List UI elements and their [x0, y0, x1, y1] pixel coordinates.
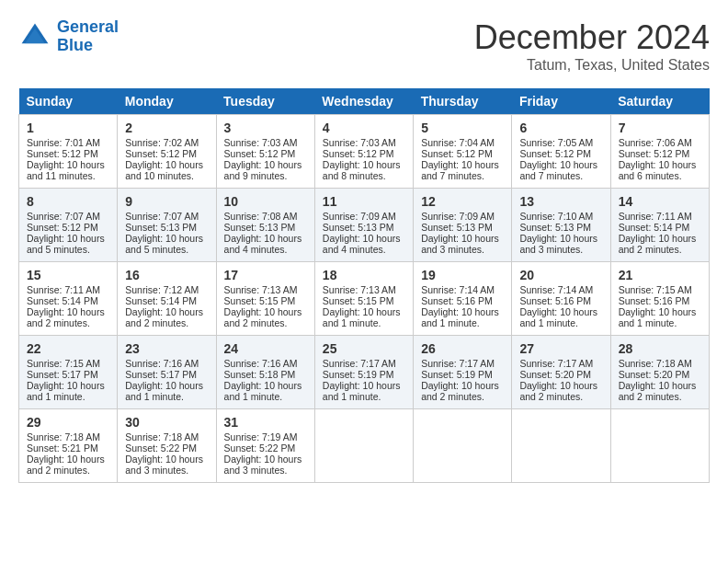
sunrise-time: Sunrise: 7:17 AM — [519, 358, 602, 369]
calendar-cell — [314, 409, 413, 483]
day-number: 6 — [519, 121, 602, 135]
day-number: 30 — [125, 415, 208, 430]
sunset-time: Sunset: 5:16 PM — [619, 295, 701, 306]
daylight-hours: Daylight: 10 hours and 4 minutes. — [224, 233, 307, 255]
calendar-cell: 29Sunrise: 7:18 AMSunset: 5:21 PMDayligh… — [19, 409, 118, 483]
sunrise-time: Sunrise: 7:16 AM — [125, 358, 208, 369]
sunset-time: Sunset: 5:19 PM — [421, 369, 504, 380]
sunrise-time: Sunrise: 7:13 AM — [224, 284, 307, 295]
page-header: General Blue December 2024 Tatum, Texas,… — [18, 18, 710, 74]
weekday-header-wednesday: Wednesday — [314, 88, 413, 115]
sunset-time: Sunset: 5:14 PM — [619, 222, 701, 233]
daylight-hours: Daylight: 10 hours and 2 minutes. — [421, 380, 504, 402]
calendar-cell: 9Sunrise: 7:07 AMSunset: 5:13 PMDaylight… — [118, 189, 216, 262]
sunrise-time: Sunrise: 7:12 AM — [125, 284, 208, 295]
month-title: December 2024 — [474, 18, 710, 57]
calendar-cell: 18Sunrise: 7:13 AMSunset: 5:15 PMDayligh… — [314, 262, 413, 336]
calendar-cell: 6Sunrise: 7:05 AMSunset: 5:12 PMDaylight… — [512, 115, 610, 189]
sunset-time: Sunset: 5:17 PM — [125, 369, 208, 380]
calendar-body: 1Sunrise: 7:01 AMSunset: 5:12 PMDaylight… — [19, 115, 710, 483]
location-title: Tatum, Texas, United States — [474, 57, 710, 74]
daylight-hours: Daylight: 10 hours and 1 minute. — [125, 380, 208, 402]
weekday-header-thursday: Thursday — [414, 88, 512, 115]
daylight-hours: Daylight: 10 hours and 7 minutes. — [519, 159, 602, 181]
calendar-week-row: 1Sunrise: 7:01 AMSunset: 5:12 PMDaylight… — [19, 115, 710, 189]
sunrise-time: Sunrise: 7:01 AM — [27, 137, 109, 148]
logo-line2: Blue — [57, 36, 93, 54]
calendar-cell: 2Sunrise: 7:02 AMSunset: 5:12 PMDaylight… — [118, 115, 216, 189]
sunset-time: Sunset: 5:22 PM — [125, 442, 208, 454]
calendar-header-row: SundayMondayTuesdayWednesdayThursdayFrid… — [19, 88, 710, 115]
sunset-time: Sunset: 5:12 PM — [323, 148, 405, 159]
calendar-cell: 12Sunrise: 7:09 AMSunset: 5:13 PMDayligh… — [414, 189, 512, 262]
sunrise-time: Sunrise: 7:03 AM — [323, 137, 405, 148]
calendar-cell: 23Sunrise: 7:16 AMSunset: 5:17 PMDayligh… — [118, 336, 216, 409]
day-number: 19 — [421, 268, 504, 282]
sunrise-time: Sunrise: 7:08 AM — [224, 211, 307, 222]
sunrise-time: Sunrise: 7:09 AM — [323, 211, 405, 222]
day-number: 31 — [224, 415, 307, 430]
day-number: 12 — [421, 194, 504, 209]
sunset-time: Sunset: 5:13 PM — [224, 222, 307, 233]
weekday-header-sunday: Sunday — [19, 88, 118, 115]
sunset-time: Sunset: 5:20 PM — [519, 369, 602, 380]
sunrise-time: Sunrise: 7:04 AM — [421, 137, 504, 148]
sunrise-time: Sunrise: 7:02 AM — [125, 137, 208, 148]
calendar-cell: 8Sunrise: 7:07 AMSunset: 5:12 PMDaylight… — [19, 189, 118, 262]
day-number: 14 — [619, 194, 701, 209]
title-block: December 2024 Tatum, Texas, United State… — [474, 18, 710, 74]
calendar-cell: 7Sunrise: 7:06 AMSunset: 5:12 PMDaylight… — [610, 115, 709, 189]
daylight-hours: Daylight: 10 hours and 4 minutes. — [323, 233, 405, 255]
weekday-header-saturday: Saturday — [610, 88, 709, 115]
day-number: 25 — [323, 341, 405, 356]
day-number: 26 — [421, 341, 504, 356]
calendar-cell: 14Sunrise: 7:11 AMSunset: 5:14 PMDayligh… — [610, 189, 709, 262]
daylight-hours: Daylight: 10 hours and 10 minutes. — [125, 159, 208, 181]
day-number: 4 — [323, 121, 405, 135]
daylight-hours: Daylight: 10 hours and 1 minute. — [224, 380, 307, 402]
weekday-header-monday: Monday — [118, 88, 216, 115]
daylight-hours: Daylight: 10 hours and 8 minutes. — [323, 159, 405, 181]
sunset-time: Sunset: 5:21 PM — [27, 442, 109, 454]
day-number: 13 — [519, 194, 602, 209]
calendar-cell: 24Sunrise: 7:16 AMSunset: 5:18 PMDayligh… — [216, 336, 314, 409]
sunset-time: Sunset: 5:13 PM — [519, 222, 602, 233]
sunset-time: Sunset: 5:13 PM — [323, 222, 405, 233]
day-number: 20 — [519, 268, 602, 282]
sunset-time: Sunset: 5:18 PM — [224, 369, 307, 380]
day-number: 24 — [224, 341, 307, 356]
daylight-hours: Daylight: 10 hours and 2 minutes. — [125, 306, 208, 328]
day-number: 16 — [125, 268, 208, 282]
calendar-cell — [512, 409, 610, 483]
logo-text: General Blue — [57, 18, 119, 55]
day-number: 17 — [224, 268, 307, 282]
daylight-hours: Daylight: 10 hours and 5 minutes. — [27, 233, 109, 255]
calendar-week-row: 15Sunrise: 7:11 AMSunset: 5:14 PMDayligh… — [19, 262, 710, 336]
day-number: 7 — [619, 121, 701, 135]
day-number: 22 — [27, 341, 109, 356]
calendar-cell: 3Sunrise: 7:03 AMSunset: 5:12 PMDaylight… — [216, 115, 314, 189]
sunrise-time: Sunrise: 7:14 AM — [519, 284, 602, 295]
sunset-time: Sunset: 5:14 PM — [27, 295, 109, 306]
sunset-time: Sunset: 5:14 PM — [125, 295, 208, 306]
calendar-cell: 27Sunrise: 7:17 AMSunset: 5:20 PMDayligh… — [512, 336, 610, 409]
sunrise-time: Sunrise: 7:18 AM — [125, 431, 208, 442]
calendar-cell: 5Sunrise: 7:04 AMSunset: 5:12 PMDaylight… — [414, 115, 512, 189]
calendar-cell: 17Sunrise: 7:13 AMSunset: 5:15 PMDayligh… — [216, 262, 314, 336]
sunset-time: Sunset: 5:12 PM — [421, 148, 504, 159]
sunrise-time: Sunrise: 7:17 AM — [421, 358, 504, 369]
calendar-cell: 10Sunrise: 7:08 AMSunset: 5:13 PMDayligh… — [216, 189, 314, 262]
sunset-time: Sunset: 5:17 PM — [27, 369, 109, 380]
daylight-hours: Daylight: 10 hours and 5 minutes. — [125, 233, 208, 255]
daylight-hours: Daylight: 10 hours and 1 minute. — [27, 380, 109, 402]
calendar-cell: 26Sunrise: 7:17 AMSunset: 5:19 PMDayligh… — [414, 336, 512, 409]
day-number: 28 — [619, 341, 701, 356]
daylight-hours: Daylight: 10 hours and 3 minutes. — [421, 233, 504, 255]
calendar-week-row: 8Sunrise: 7:07 AMSunset: 5:12 PMDaylight… — [19, 189, 710, 262]
logo-icon — [18, 20, 51, 53]
daylight-hours: Daylight: 10 hours and 1 minute. — [619, 306, 701, 328]
calendar-cell: 13Sunrise: 7:10 AMSunset: 5:13 PMDayligh… — [512, 189, 610, 262]
day-number: 2 — [125, 121, 208, 135]
calendar-cell: 25Sunrise: 7:17 AMSunset: 5:19 PMDayligh… — [314, 336, 413, 409]
calendar-cell: 19Sunrise: 7:14 AMSunset: 5:16 PMDayligh… — [414, 262, 512, 336]
